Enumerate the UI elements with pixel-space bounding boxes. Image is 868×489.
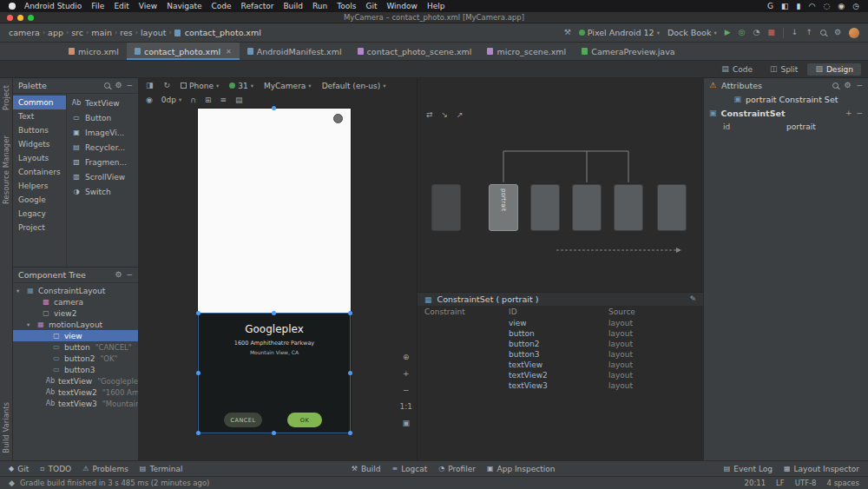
api-level-selector[interactable]: 31 ▾ xyxy=(229,82,253,90)
breadcrumb-item[interactable]: contact_photo.xml xyxy=(185,28,261,37)
palette-search-icon[interactable] xyxy=(104,83,110,89)
vcs-commit-icon[interactable]: ↑ xyxy=(806,29,812,36)
constraint-row[interactable]: textView layout xyxy=(418,360,703,370)
breadcrumb-item[interactable]: main xyxy=(91,28,112,37)
tree-row[interactable]: ▭ button "CANCEL" xyxy=(13,341,138,353)
vcs-update-icon[interactable]: ↓ xyxy=(792,29,799,36)
selection-handle[interactable] xyxy=(272,431,276,435)
palette-category[interactable]: Helpers xyxy=(13,179,66,193)
wifi-icon[interactable]: ◠ xyxy=(809,2,816,10)
mode-tab[interactable]: ▤ Code xyxy=(713,63,760,76)
menu-item[interactable]: Window xyxy=(386,2,418,10)
close-window-button[interactable] xyxy=(7,15,13,21)
menu-item[interactable]: Android Studio xyxy=(24,2,82,10)
menu-item[interactable]: Navigate xyxy=(167,2,201,10)
caret-position[interactable]: 20:11 xyxy=(745,479,766,487)
constraint-set-box[interactable] xyxy=(614,184,643,231)
display-icon[interactable]: ◧ xyxy=(781,2,789,10)
tool-window-button[interactable]: ⚠ Problems xyxy=(82,465,128,473)
control-center-icon[interactable]: ◉ xyxy=(838,2,845,10)
tree-row[interactable]: ▾ ▦ ConstraintLayout xyxy=(13,285,138,296)
breadcrumb-item[interactable]: camera xyxy=(9,28,40,37)
view-options-eye-icon[interactable]: ◉ xyxy=(146,96,153,104)
design-canvas[interactable]: Googleplex 1600 Amphitheatre Parkway Mou… xyxy=(139,107,417,460)
menu-item[interactable]: Edit xyxy=(114,2,128,10)
breadcrumb-item[interactable]: res xyxy=(120,28,133,37)
palette-category[interactable]: Text xyxy=(13,109,66,123)
tool-window-button[interactable]: ▤ Event Log xyxy=(724,465,773,473)
attributes-gear-icon[interactable]: ⚙ xyxy=(844,82,851,89)
menu-item[interactable]: Refactor xyxy=(241,2,274,10)
palette-category[interactable]: Legacy xyxy=(13,207,66,221)
tool-strip-project[interactable]: Project xyxy=(2,85,10,110)
pack-icon[interactable]: ▤ xyxy=(235,96,243,104)
indent-setting[interactable]: 4 spaces xyxy=(827,479,859,487)
palette-component[interactable]: ▭ Button xyxy=(67,110,138,125)
palette-component[interactable]: Ab TextView xyxy=(67,96,138,110)
tree-row[interactable]: ▭ button2 "OK" xyxy=(13,353,138,364)
zoom-in-icon[interactable]: + xyxy=(403,369,410,378)
tool-window-button[interactable]: ⚒ Build xyxy=(352,465,381,473)
constraint-set-box[interactable] xyxy=(657,184,687,231)
menu-item[interactable]: Help xyxy=(427,2,445,10)
motion-back-icon[interactable]: ↗ xyxy=(457,111,464,119)
search-everywhere-icon[interactable] xyxy=(820,30,826,36)
ok-button[interactable]: OK xyxy=(287,413,322,427)
motion-forward-icon[interactable]: ↘ xyxy=(442,111,449,119)
tree-row[interactable]: ▭ button3 xyxy=(13,364,138,375)
design-surface-icon[interactable]: ◨ xyxy=(146,82,154,89)
default-margins-selector[interactable]: 0dp ▾ xyxy=(161,96,181,104)
file-encoding[interactable]: UTF-8 xyxy=(795,479,817,487)
selection-handle[interactable] xyxy=(272,106,276,110)
cancel-button[interactable]: CANCEL xyxy=(224,413,262,427)
menu-item[interactable]: Git xyxy=(365,2,377,10)
settings-gear-icon[interactable]: ⚙ xyxy=(834,29,841,36)
tree-row[interactable]: Ab textView3 "Mountain V..." xyxy=(13,398,138,409)
selection-handle[interactable] xyxy=(196,371,201,375)
tool-window-button[interactable]: ▦ Layout Inspector xyxy=(784,465,859,473)
palette-component[interactable]: ◑ Switch xyxy=(67,184,138,199)
palette-category[interactable]: Containers xyxy=(13,165,66,179)
profile-avatar[interactable] xyxy=(849,28,859,38)
editor-tab[interactable]: contact_photo_scene.xml xyxy=(350,43,480,60)
device-dropdown[interactable]: Pixel Android 12 ▾ xyxy=(579,28,660,37)
selection-handle[interactable] xyxy=(348,431,352,435)
tree-row[interactable]: ▢ view xyxy=(13,330,138,341)
camera-flip-icon[interactable] xyxy=(333,114,343,123)
tool-window-button[interactable]: ◆ Git xyxy=(9,465,29,473)
zoom-fit-icon[interactable]: ▣ xyxy=(403,419,411,427)
pan-icon[interactable]: ⊕ xyxy=(403,353,410,361)
mode-tab[interactable]: ▨ Design xyxy=(807,63,861,76)
menu-item[interactable]: Run xyxy=(312,2,327,10)
palette-component[interactable]: ▣ ImageVi... xyxy=(67,125,138,140)
hide-panel-icon[interactable]: − xyxy=(126,82,133,89)
constraint-row[interactable]: button3 layout xyxy=(418,349,703,360)
debug-button[interactable]: ◎ xyxy=(739,29,746,36)
guideline-icon[interactable]: ⊞ xyxy=(205,96,212,104)
selection-handle[interactable] xyxy=(348,371,352,375)
menu-item[interactable]: Tools xyxy=(337,2,356,10)
hide-panel-icon[interactable]: − xyxy=(856,82,863,89)
constraint-set-box[interactable] xyxy=(572,184,602,231)
constraint-row[interactable]: button2 layout xyxy=(418,339,703,349)
warning-icon[interactable]: ⚠ xyxy=(709,81,716,89)
zoom-level-label[interactable]: 1:1 xyxy=(400,402,412,411)
constraint-set-box[interactable]: portrait xyxy=(489,184,518,231)
run-config-dropdown[interactable]: Dock Book ▾ xyxy=(667,28,717,37)
spotlight-icon[interactable]: ◌ xyxy=(823,2,830,10)
palette-category[interactable]: Common xyxy=(13,96,66,109)
align-icon[interactable]: ≡ xyxy=(220,96,227,104)
breadcrumb-item[interactable]: layout xyxy=(141,28,167,37)
tool-window-button[interactable]: ▣ App Inspection xyxy=(487,465,556,473)
tool-window-button[interactable]: ▤ Terminal xyxy=(140,465,183,473)
attribute-value[interactable]: portrait xyxy=(786,122,868,131)
palette-component[interactable]: ▥ ScrollView xyxy=(67,169,138,184)
orientation-icon[interactable]: ↻ xyxy=(164,82,171,89)
constraint-row[interactable]: textView2 layout xyxy=(418,370,703,380)
tree-row[interactable]: Ab textView2 "1600 Amphi..." xyxy=(13,387,138,398)
tool-strip-resource-manager[interactable]: Resource Manager xyxy=(2,135,10,204)
expander-icon[interactable]: ▾ xyxy=(27,321,33,328)
editor-tab[interactable]: contact_photo.xml ✕ xyxy=(127,43,240,60)
editor-tab[interactable]: micro_scene.xml xyxy=(479,43,574,60)
constraint-set-box[interactable] xyxy=(530,184,560,231)
